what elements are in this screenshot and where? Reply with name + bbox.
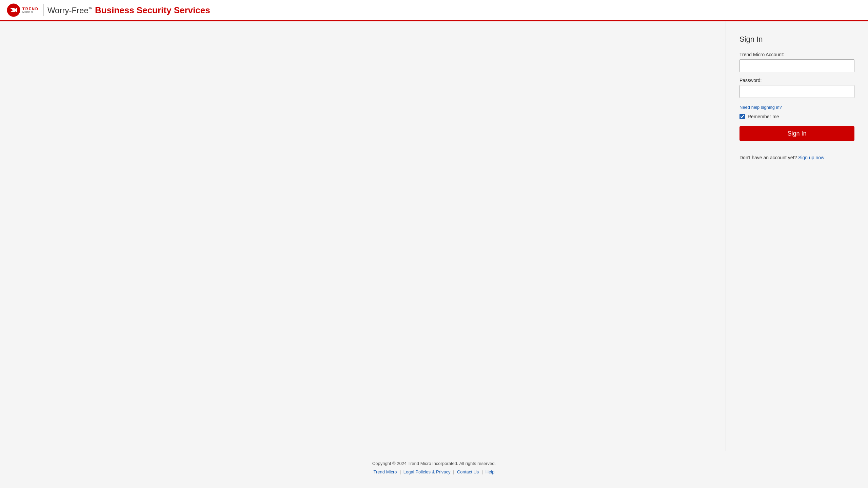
header-logo: TREND MICRO Worry-Free™ Business Securit… (7, 3, 210, 17)
product-name-worry: Worry-Free™ (47, 6, 93, 15)
footer-link-contact[interactable]: Contact Us (457, 469, 479, 474)
main-content: Sign In Trend Micro Account: Password: N… (0, 21, 868, 451)
micro-text: MICRO (22, 11, 39, 14)
header: TREND MICRO Worry-Free™ Business Securit… (0, 0, 868, 21)
left-area (0, 21, 726, 451)
sign-in-title: Sign In (739, 35, 854, 44)
footer-link-legal[interactable]: Legal Policies & Privacy (403, 469, 451, 474)
account-input[interactable] (739, 59, 854, 72)
remember-me-label[interactable]: Remember me (748, 114, 779, 119)
product-name: Worry-Free™ Business Security Services (47, 5, 210, 16)
svg-rect-3 (16, 8, 17, 12)
trend-micro-logo: TREND MICRO (7, 3, 39, 17)
footer-links: Trend Micro | Legal Policies & Privacy |… (7, 469, 861, 474)
no-account-text: Don't have an account yet? Sign up now (739, 155, 854, 160)
sign-up-link[interactable]: Sign up now (798, 155, 824, 160)
footer-sep-2: | (453, 469, 454, 474)
product-name-bss: Business Security Services (95, 5, 210, 15)
footer-sep-1: | (399, 469, 400, 474)
password-input[interactable] (739, 85, 854, 98)
account-label: Trend Micro Account: (739, 52, 854, 57)
footer-link-help[interactable]: Help (486, 469, 495, 474)
remember-me-row: Remember me (739, 114, 854, 119)
footer-copyright: Copyright © 2024 Trend Micro Incorporate… (7, 461, 861, 466)
sign-in-button[interactable]: Sign In (739, 126, 854, 141)
footer-sep-3: | (481, 469, 482, 474)
trend-micro-icon (7, 3, 20, 17)
sign-in-panel: Sign In Trend Micro Account: Password: N… (726, 21, 868, 451)
footer-link-trend-micro[interactable]: Trend Micro (374, 469, 397, 474)
form-divider (739, 148, 854, 148)
remember-me-checkbox[interactable] (739, 114, 745, 119)
password-label: Password: (739, 78, 854, 83)
trend-text: TREND (22, 7, 39, 11)
account-field-group: Trend Micro Account: (739, 52, 854, 72)
password-field-group: Password: (739, 78, 854, 98)
logo-divider (43, 4, 43, 16)
footer: Copyright © 2024 Trend Micro Incorporate… (0, 451, 868, 488)
help-signin-link[interactable]: Need help signing in? (739, 105, 782, 110)
